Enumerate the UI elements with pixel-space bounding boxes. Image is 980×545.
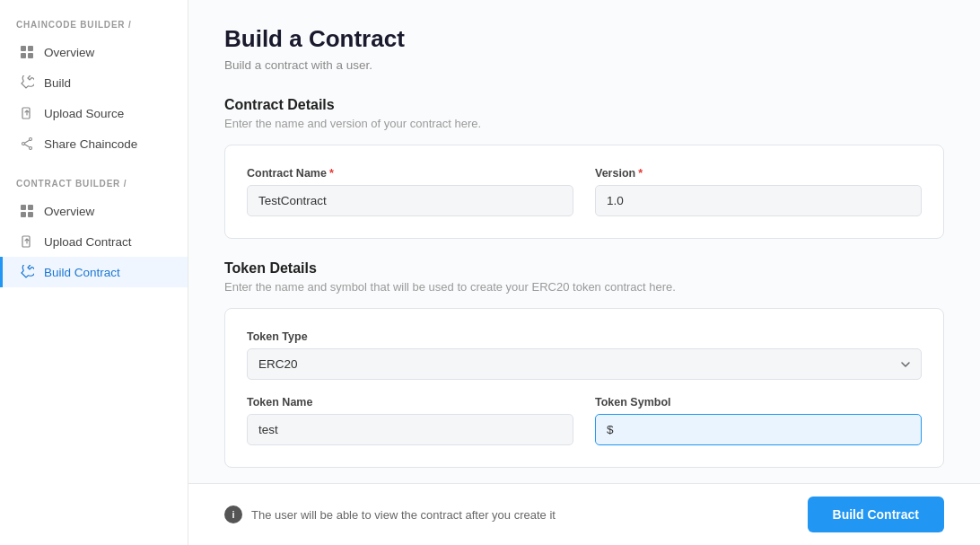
build-contract-button[interactable]: Build Contract (808, 497, 944, 532)
wrench-active-icon (19, 264, 35, 280)
info-icon: i (224, 505, 242, 523)
svg-rect-2 (21, 53, 26, 58)
sidebar-item-build-contract[interactable]: Build Contract (0, 257, 188, 287)
contract-section-label: CONTRACT BUILDER / (0, 179, 188, 196)
version-group: Version * (595, 167, 922, 216)
sidebar-item-label: Overview (44, 205, 94, 218)
wrench-icon (19, 75, 35, 91)
contract-details-title: Contract Details (224, 97, 944, 113)
token-type-label: Token Type (247, 330, 922, 343)
sidebar-item-label: Upload Contract (44, 235, 132, 249)
version-label: Version * (595, 167, 922, 180)
share-icon (19, 136, 35, 152)
token-name-symbol-row: Token Name Token Symbol (247, 396, 922, 445)
file-icon (19, 233, 35, 250)
token-name-label: Token Name (247, 396, 573, 409)
sidebar-item-label: Share Chaincode (44, 137, 137, 151)
token-symbol-input[interactable] (595, 414, 922, 445)
token-type-group: Token Type ERC20 ERC721 ERC1155 (247, 330, 922, 380)
token-details-card: Token Type ERC20 ERC721 ERC1155 Token Na… (224, 308, 944, 468)
sidebar-item-label: Upload Source (44, 107, 124, 120)
chaincode-section-label: CHAINCODE BUILDER / (0, 20, 188, 37)
token-name-group: Token Name (247, 396, 573, 445)
sidebar-item-overview-chain[interactable]: Overview (0, 37, 188, 67)
svg-rect-12 (22, 236, 30, 247)
token-details-title: Token Details (224, 260, 944, 277)
contract-name-input[interactable] (247, 185, 573, 216)
svg-point-7 (22, 143, 25, 145)
footer-info-text: The user will be able to view the contra… (251, 508, 556, 522)
sidebar-item-label: Build (44, 76, 71, 90)
svg-rect-1 (28, 46, 33, 51)
file-upload-icon (19, 105, 35, 121)
token-type-select-wrapper: ERC20 ERC721 ERC1155 (247, 348, 922, 380)
grid-icon-2 (19, 203, 35, 219)
token-type-select[interactable]: ERC20 ERC721 ERC1155 (247, 348, 922, 380)
svg-point-6 (30, 147, 32, 150)
svg-point-5 (30, 138, 32, 141)
version-input[interactable] (595, 185, 922, 216)
sidebar-item-share-chaincode[interactable]: Share Chaincode (0, 128, 188, 159)
footer-info: i The user will be able to view the cont… (224, 505, 556, 523)
required-star: * (329, 167, 334, 180)
main-content: Build a Contract Build a contract with a… (188, 0, 980, 545)
token-name-input[interactable] (247, 414, 573, 445)
sidebar: CHAINCODE BUILDER / Overview Build (0, 0, 188, 545)
footer-bar: i The user will be able to view the cont… (188, 483, 980, 545)
sidebar-item-upload-contract[interactable]: Upload Contract (0, 226, 188, 257)
sidebar-item-overview-contract[interactable]: Overview (0, 196, 188, 226)
token-symbol-label: Token Symbol (595, 396, 922, 409)
token-details-desc: Enter the name and symbol that will be u… (224, 280, 944, 294)
contract-details-card: Contract Name * Version * (224, 145, 944, 239)
svg-rect-8 (21, 205, 26, 210)
svg-rect-4 (22, 108, 30, 119)
svg-rect-3 (28, 53, 33, 58)
token-symbol-group: Token Symbol (595, 396, 922, 445)
svg-rect-11 (28, 212, 33, 217)
svg-rect-10 (21, 212, 26, 217)
required-star-2: * (638, 167, 643, 180)
sidebar-item-upload-source[interactable]: Upload Source (0, 98, 188, 128)
contract-name-label: Contract Name * (247, 167, 573, 180)
sidebar-item-label: Overview (44, 46, 94, 59)
contract-name-group: Contract Name * (247, 167, 573, 216)
page-title: Build a Contract (224, 25, 944, 53)
sidebar-item-label: Build Contract (44, 266, 120, 279)
svg-rect-9 (28, 205, 33, 210)
page-subtitle: Build a contract with a user. (224, 58, 944, 72)
grid-icon (19, 44, 35, 60)
sidebar-item-build-chain[interactable]: Build (0, 67, 188, 98)
svg-rect-0 (21, 46, 26, 51)
contract-details-desc: Enter the name and version of your contr… (224, 117, 944, 130)
